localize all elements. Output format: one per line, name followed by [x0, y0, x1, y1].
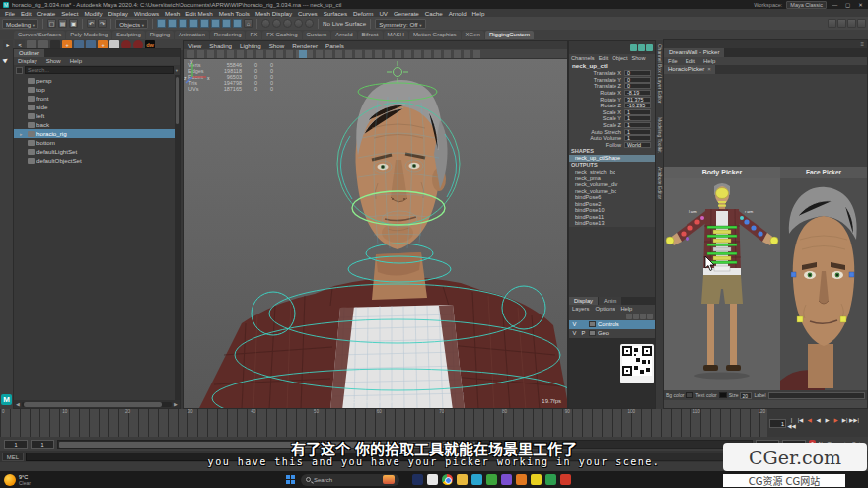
- viewport-menu-item[interactable]: Show: [265, 42, 288, 49]
- snap-curve-icon[interactable]: [272, 19, 281, 28]
- attr-value-field[interactable]: -8.19: [624, 90, 651, 96]
- playback-button[interactable]: ▶▶|: [849, 417, 858, 429]
- attr-value-field[interactable]: 1: [624, 115, 651, 121]
- picker-options-icon[interactable]: ≡: [860, 41, 864, 47]
- select-component-icon[interactable]: [179, 19, 187, 28]
- layer-row[interactable]: V Controls: [569, 320, 655, 329]
- taskbar-app-icon[interactable]: [457, 474, 468, 485]
- mask-curves-icon[interactable]: [211, 19, 220, 28]
- snap-plane-icon[interactable]: [294, 19, 303, 28]
- viewport-menu-item[interactable]: Renderer: [288, 42, 322, 49]
- redo-icon[interactable]: ↷: [98, 19, 107, 28]
- layer-editor-tab[interactable]: Display: [569, 297, 598, 305]
- shelf-tab[interactable]: Rigging: [146, 31, 174, 39]
- playback-button[interactable]: ▶: [823, 417, 832, 429]
- channel-box-menu-item[interactable]: Show: [629, 55, 647, 61]
- picker-window-tab[interactable]: DreamWall - Picker: [664, 48, 724, 57]
- cb-tool-icon[interactable]: [646, 44, 653, 51]
- new-layer-icon[interactable]: [647, 314, 653, 319]
- taskbar-app-icon[interactable]: [545, 474, 556, 485]
- shelf-tab[interactable]: Curves/Surfaces: [14, 31, 65, 39]
- taskbar-app-icon[interactable]: [471, 474, 482, 485]
- picker-menu-item[interactable]: Edit: [682, 58, 699, 64]
- maximize-button[interactable]: ▢: [843, 2, 852, 8]
- workspace-dropdown[interactable]: Maya Classic: [786, 1, 827, 9]
- taskbar-search[interactable]: Search: [301, 474, 399, 486]
- outliner-hscrollbar[interactable]: ◀▶: [14, 400, 180, 408]
- taskbar-app-icon[interactable]: [501, 474, 512, 485]
- mask-joints-icon[interactable]: [200, 19, 209, 28]
- new-layer-icon[interactable]: [626, 314, 632, 319]
- outliner-menu-item[interactable]: Display: [14, 58, 41, 64]
- shelf-tab[interactable]: FX Caching: [262, 31, 301, 39]
- picker-menu-item[interactable]: Help: [699, 58, 719, 64]
- shelf-tab[interactable]: Poly Modeling: [66, 31, 111, 39]
- picker-doc-tab[interactable]: HoracioPicker×: [664, 65, 715, 74]
- taskbar-app-icon[interactable]: [427, 474, 438, 485]
- menu-item[interactable]: Edit Mesh: [182, 10, 216, 17]
- shelf-icon[interactable]: ▸: [3, 40, 13, 50]
- undo-icon[interactable]: ↶: [87, 19, 96, 28]
- sidebar-vertical-tab[interactable]: Modeling Toolkit: [656, 117, 663, 153]
- menu-item[interactable]: Mesh Tools: [216, 10, 253, 17]
- menu-item[interactable]: Select: [58, 10, 81, 17]
- viewport-toolbar-icons[interactable]: [187, 50, 483, 58]
- viewport-menu-item[interactable]: Panels: [322, 42, 348, 49]
- outliner-item[interactable]: front: [14, 94, 180, 103]
- playback-button[interactable]: ▶: [832, 417, 840, 429]
- channel-box-menu-item[interactable]: Edit: [597, 55, 611, 61]
- sidebar-toggle-toolsettings[interactable]: [837, 19, 846, 28]
- new-layer-icon[interactable]: [640, 314, 646, 319]
- shelf-tab[interactable]: RiggingCustom: [485, 31, 534, 39]
- select-tool-icon[interactable]: ▶: [1, 55, 9, 63]
- outliner-search-dropdown-icon[interactable]: ▾: [176, 68, 178, 73]
- save-scene-icon[interactable]: ▣: [69, 19, 78, 28]
- taskbar-app-icon[interactable]: [486, 474, 497, 485]
- make-live-icon[interactable]: [305, 19, 314, 28]
- shelf-tab[interactable]: Sculpting: [112, 31, 145, 39]
- layer-color-swatch[interactable]: [589, 330, 596, 336]
- layer-menu-item[interactable]: Options: [592, 306, 617, 312]
- new-layer-icon[interactable]: [633, 314, 639, 319]
- playback-button[interactable]: ▶|: [840, 417, 849, 429]
- shelf-tab[interactable]: Custom: [303, 31, 331, 39]
- close-button[interactable]: ✕: [856, 2, 865, 8]
- outliner-search-input[interactable]: [25, 66, 174, 74]
- bg-color-swatch[interactable]: [686, 392, 693, 398]
- shelf-tab[interactable]: FX: [246, 31, 261, 39]
- viewport-menu-item[interactable]: Shading: [205, 42, 236, 49]
- channel-box-menu-item[interactable]: Object: [610, 55, 629, 61]
- sidebar-toggle-channelbox[interactable]: [847, 19, 856, 28]
- viewport-menu-item[interactable]: Lighting: [236, 42, 265, 49]
- outliner-item[interactable]: left: [14, 111, 180, 120]
- layer-menu-item[interactable]: Help: [617, 306, 635, 312]
- mask-surfaces-icon[interactable]: [222, 19, 231, 28]
- taskbar-app-icon[interactable]: [516, 474, 527, 485]
- attr-value-field[interactable]: World: [624, 142, 651, 148]
- channel-box-menu-item[interactable]: Channels: [569, 55, 597, 61]
- menu-item[interactable]: Create: [35, 10, 59, 17]
- layer-menu-item[interactable]: Layers: [569, 306, 592, 312]
- outliner-menu-item[interactable]: Show: [42, 58, 65, 64]
- start-button[interactable]: [286, 475, 296, 485]
- menu-item[interactable]: Deform: [350, 10, 376, 17]
- cb-tool-icon[interactable]: [630, 44, 637, 51]
- label-field[interactable]: [768, 392, 865, 399]
- attr-value-field[interactable]: 1: [624, 109, 651, 115]
- shelf-tab[interactable]: Rendering: [210, 31, 246, 39]
- layer-visibility-toggle[interactable]: V: [571, 330, 578, 336]
- expander-icon[interactable]: ▸: [20, 131, 26, 137]
- attr-value-field[interactable]: 1: [624, 129, 651, 135]
- shelf-tab[interactable]: Motion Graphics: [409, 31, 461, 39]
- viewport-menu-item[interactable]: View: [184, 42, 205, 49]
- time-slider-ticks[interactable]: 0102030405060708090100110120: [0, 409, 767, 437]
- body-picker-canvas[interactable]: l arm r arm: [664, 178, 780, 400]
- shelf-tab[interactable]: XGen: [462, 31, 484, 39]
- taskbar-weather-widget[interactable]: 9°C Clear: [0, 474, 69, 486]
- shelf-tab[interactable]: MASH: [384, 31, 408, 39]
- attr-value-field[interactable]: 31.375: [624, 97, 651, 103]
- menu-item[interactable]: Mesh Display: [253, 10, 295, 17]
- current-frame-field[interactable]: 1: [769, 419, 786, 428]
- outliner-vscrollbar[interactable]: [175, 75, 180, 400]
- taskbar-app-icon[interactable]: [412, 474, 423, 485]
